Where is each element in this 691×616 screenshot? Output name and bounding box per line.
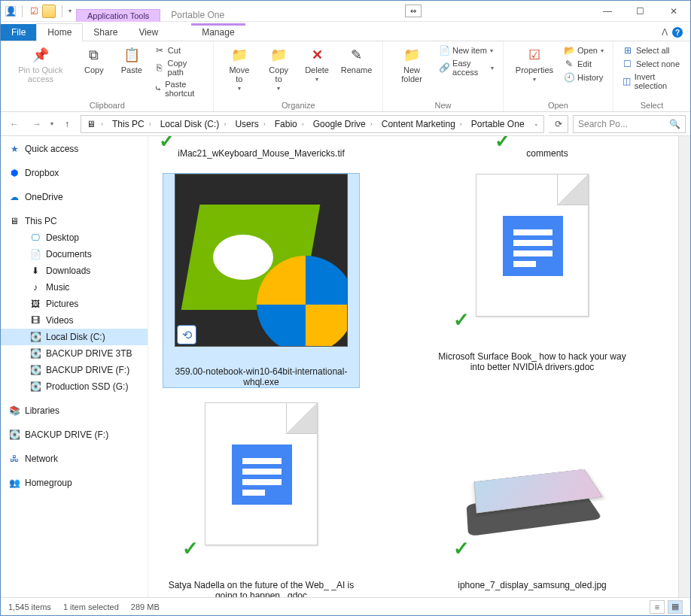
breadcrumb-dropdown-icon[interactable]: ⌄ (529, 120, 543, 127)
drive-icon: 💽 (8, 429, 20, 441)
qat-properties-icon[interactable]: ☑ (29, 6, 39, 17)
group-label: Organize (221, 99, 375, 110)
nav-quick-access[interactable]: ★Quick access (1, 141, 148, 157)
minimize-button[interactable]: — (591, 1, 624, 22)
crumb-item[interactable]: Google Drive› (309, 119, 377, 129)
shortcut-icon: ⤷ (154, 83, 162, 94)
nav-history-dropdown[interactable]: ▾ (50, 120, 53, 127)
qat-dropdown-icon[interactable]: ▾ (68, 8, 72, 14)
history-button[interactable]: 🕘History (562, 71, 605, 83)
search-input[interactable]: Search Po...🔍 (573, 115, 686, 133)
edit-button[interactable]: ✎Edit (562, 58, 605, 70)
properties-button[interactable]: ☑Properties▾ (511, 44, 558, 84)
nav-downloads[interactable]: ⬇Downloads (1, 262, 148, 279)
paste-button[interactable]: 📋 Paste (115, 44, 148, 76)
nav-production-ssd[interactable]: 💽Production SSD (G:) (1, 378, 148, 395)
copy-path-button[interactable]: ⎘Copy path (153, 58, 206, 77)
ribbon-group-organize: 📁Move to▾ 📁Copy to▾ ✕Delete▾ ✎Rename Org… (214, 41, 383, 111)
file-item[interactable]: ✓ comments (449, 144, 645, 159)
nav-onedrive[interactable]: ☁OneDrive (1, 189, 148, 205)
crumb-item[interactable]: Local Disk (C:)› (156, 119, 231, 129)
view-large-icons-button[interactable]: ▦ (668, 600, 683, 614)
nav-pictures[interactable]: 🖼Pictures (1, 296, 148, 312)
file-list[interactable]: ✓ iMac21_wKeyboard_Mouse_Mavericks.tif ✓… (148, 136, 678, 597)
pin-quick-access-button[interactable]: 📌 Pin to Quick access (8, 44, 73, 85)
file-item[interactable]: ✓ Microsoft Surface Book_ how to hack yo… (434, 174, 630, 387)
gdoc-thumbnail (205, 402, 318, 545)
desktop-icon: 🖵 (29, 232, 41, 244)
copy-button[interactable]: ⧉ Copy (78, 44, 111, 76)
group-label: Clipboard (8, 99, 205, 110)
drive-icon: 💽 (29, 381, 41, 393)
file-item[interactable]: ✓ iphone_7_display_samsung_oled.jpg (434, 402, 630, 597)
file-item[interactable]: ✓ iMac21_wKeyboard_Mouse_Mavericks.tif (163, 144, 359, 159)
file-item[interactable]: ✓ Satya Nadella on the future of the Web… (163, 402, 359, 597)
new-folder-button[interactable]: 📁New folder (391, 44, 433, 85)
ribbon-collapse-icon[interactable]: ᐱ (662, 27, 668, 38)
nav-backup-3tb[interactable]: 💽BACKUP DRIVE 3TB (1, 345, 148, 362)
crumb-item[interactable]: Users› (230, 119, 269, 129)
tab-manage[interactable]: Manage (191, 23, 245, 41)
navigation-pane[interactable]: ★Quick access ⬢Dropbox ☁OneDrive 🖥This P… (1, 136, 148, 597)
folder-icon[interactable] (42, 5, 56, 18)
new-item-button[interactable]: 📄New item ▾ (437, 44, 495, 56)
select-all-button[interactable]: ⊞Select all (621, 44, 683, 56)
nav-local-disk[interactable]: 💽Local Disk (C:) (1, 329, 148, 345)
nav-up-button[interactable]: ↑ (58, 115, 76, 133)
nav-desktop[interactable]: 🖵Desktop (1, 229, 148, 246)
nav-backup-f[interactable]: 💽BACKUP DRIVE (F:) (1, 362, 148, 378)
nav-libraries[interactable]: 📚Libraries (1, 402, 148, 419)
gdoc-icon (232, 445, 292, 505)
nav-backup-f-2[interactable]: 💽BACKUP DRIVE (F:) (1, 426, 148, 443)
copy-to-button[interactable]: 📁Copy to▾ (261, 44, 296, 93)
crumb-item[interactable]: Fabio› (270, 119, 309, 129)
quick-access-toolbar: 👤 ☑ ▾ (1, 5, 76, 18)
nav-videos[interactable]: 🎞Videos (1, 312, 148, 329)
open-icon: 📂 (564, 45, 574, 56)
nav-dropbox[interactable]: ⬢Dropbox (1, 165, 148, 181)
move-icon: 📁 (230, 46, 248, 64)
downloads-icon: ⬇ (29, 265, 41, 277)
network-icon: 🖧 (8, 453, 20, 465)
nav-network[interactable]: 🖧Network (1, 451, 148, 467)
nav-this-pc[interactable]: 🖥This PC (1, 213, 148, 229)
nav-documents[interactable]: 📄Documents (1, 246, 148, 262)
delete-button[interactable]: ✕Delete▾ (300, 44, 333, 84)
crumb-item[interactable]: Portable One (467, 119, 529, 129)
nav-back-button[interactable]: ← (5, 115, 23, 133)
tab-home[interactable]: Home (36, 23, 83, 41)
cut-button[interactable]: ✂Cut (153, 44, 206, 56)
user-icon[interactable]: 👤 (5, 6, 16, 17)
move-to-button[interactable]: 📁Move to▾ (221, 44, 257, 93)
invert-selection-button[interactable]: ◫Invert selection (621, 71, 683, 91)
tab-view[interactable]: View (128, 24, 169, 41)
view-details-button[interactable]: ≡ (650, 600, 665, 614)
breadcrumb[interactable]: 🖥› This PC› Local Disk (C:)› Users› Fabi… (81, 115, 544, 133)
sync-check-icon: ✓ (495, 136, 511, 153)
nvidia-installer-thumbnail: ⟲ (175, 174, 348, 347)
resize-handle-icon[interactable]: ⇔ (405, 5, 422, 17)
rename-button[interactable]: ✎Rename (338, 44, 375, 76)
help-icon[interactable]: ? (672, 27, 683, 38)
nav-forward-button[interactable]: → (28, 115, 46, 133)
crumb-item[interactable]: This PC› (108, 119, 156, 129)
select-none-button[interactable]: ☐Select none (621, 58, 683, 70)
tab-share[interactable]: Share (83, 24, 128, 41)
ribbon: 📌 Pin to Quick access ⧉ Copy 📋 Paste ✂Cu… (1, 41, 690, 112)
vertical-scrollbar[interactable] (678, 136, 690, 597)
open-button[interactable]: 📂Open ▾ (562, 44, 605, 56)
new-folder-icon: 📁 (403, 46, 421, 64)
pictures-icon: 🖼 (29, 298, 41, 310)
nav-music[interactable]: ♪Music (1, 279, 148, 296)
uac-shield-icon (257, 256, 348, 347)
image-thumbnail (461, 448, 604, 545)
easy-access-button[interactable]: 🔗Easy access ▾ (437, 58, 495, 77)
tab-file[interactable]: File (1, 24, 36, 41)
nav-homegroup[interactable]: 👥Homegroup (1, 475, 148, 491)
crumb-item[interactable]: Content Marketing› (377, 119, 467, 129)
maximize-button[interactable]: ☐ (624, 1, 657, 22)
close-button[interactable]: ✕ (657, 1, 690, 22)
file-item-selected[interactable]: ⟲ 359.00-notebook-win10-64bit-internatio… (163, 174, 359, 387)
refresh-button[interactable]: ⟳ (549, 115, 568, 133)
paste-shortcut-button[interactable]: ⤷Paste shortcut (153, 79, 206, 99)
